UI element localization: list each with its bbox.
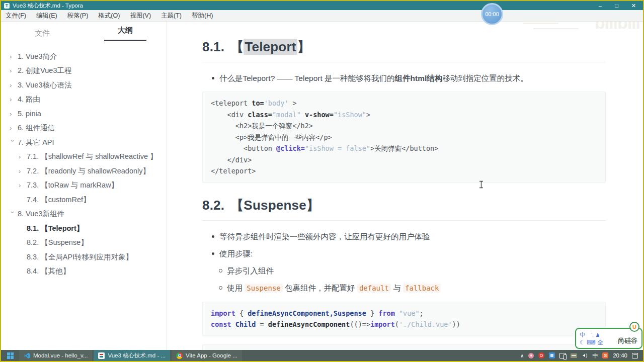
outline-item[interactable]: 8.1. 【Teleport】 bbox=[1, 221, 167, 236]
code-line: import { defineAsyncComponent,Suspense }… bbox=[211, 308, 597, 319]
taskbar-app-typora[interactable]: Vue3 核心技术.md - ... bbox=[94, 350, 170, 361]
menu-format[interactable]: 格式(O) bbox=[93, 12, 125, 20]
chevron-down-icon[interactable]: › bbox=[9, 211, 17, 219]
outline-item[interactable]: ›5. pinia bbox=[1, 107, 167, 121]
tray-flower-app-icon[interactable] bbox=[528, 353, 534, 358]
outline-item[interactable]: ›7.1. 【shallowRef 与 shallowReactive 】 bbox=[1, 150, 167, 164]
watermark-dash bbox=[523, 23, 558, 24]
monitor-cast-icon[interactable] bbox=[559, 353, 566, 358]
code-block-template[interactable]: <template> <div class="app"> bbox=[202, 344, 606, 350]
clock[interactable]: 20:40 bbox=[613, 352, 627, 358]
ime-language-indicator[interactable]: 中 bbox=[592, 352, 598, 359]
taskbar-app-vscode[interactable]: Modal.vue - hello_v... bbox=[19, 350, 92, 361]
volume-icon[interactable] bbox=[582, 353, 588, 358]
outline-item[interactable]: ›7.3. 【toRaw 与 markRaw】 bbox=[1, 178, 167, 193]
sub-bullet-async-import[interactable]: 异步引入组件 bbox=[218, 265, 606, 276]
menu-edit[interactable]: 编辑(E) bbox=[31, 12, 62, 20]
outline-item-label: 1. Vue3简介 bbox=[18, 52, 57, 61]
chevron-right-icon[interactable]: › bbox=[10, 67, 18, 74]
outline-item-label: 7. 其它 API bbox=[18, 138, 54, 147]
heading-8-2-suspense[interactable]: 8.2.【Suspense】 bbox=[202, 197, 606, 221]
ime-fullwidth-indicator[interactable]: 全 bbox=[597, 339, 603, 346]
bullet-suspense-desc[interactable]: 等待异步组件时渲染一些额外内容，让应用有更好的用户体验 bbox=[211, 231, 606, 242]
chevron-right-icon[interactable]: › bbox=[10, 53, 18, 60]
outline-item-label: 7.4. 【customRef】 bbox=[27, 195, 91, 205]
chevron-right-icon[interactable]: › bbox=[10, 81, 18, 89]
window-title: Vue3 核心技术.md - Typora bbox=[13, 2, 83, 10]
vscode-icon bbox=[24, 352, 30, 359]
code-line: <teleport to='body' > bbox=[211, 98, 597, 109]
outline-item[interactable]: ›2. 创建Vue3工程 bbox=[1, 64, 167, 78]
outline-item[interactable]: ›7. 其它 API bbox=[1, 135, 167, 150]
tray-device-icon[interactable] bbox=[571, 353, 577, 358]
outline-item[interactable]: 8.4. 【其他】 bbox=[1, 264, 167, 279]
ime-status-panel[interactable]: 中 ゜, 全 尚硅谷 bbox=[575, 328, 642, 349]
chevron-right-icon[interactable]: › bbox=[10, 124, 18, 132]
outline-item-label: 8.1. 【Teleport】 bbox=[27, 224, 84, 233]
outline-item[interactable]: ›7.2. 【readonly 与 shallowReadonly】 bbox=[1, 164, 167, 178]
outline-item[interactable]: 7.4. 【customRef】 bbox=[1, 193, 167, 207]
outline-item-label: 7.1. 【shallowRef 与 shallowReactive 】 bbox=[27, 152, 157, 161]
typora-app-icon: T bbox=[4, 3, 10, 9]
outline-item[interactable]: ›8. Vue3新组件 bbox=[1, 207, 167, 222]
tray-expand-chevron-icon[interactable] bbox=[520, 353, 524, 358]
tray-red-app-icon[interactable] bbox=[538, 352, 544, 358]
menu-view[interactable]: 视图(V) bbox=[125, 12, 156, 20]
outline-item[interactable]: ›6. 组件通信 bbox=[1, 121, 167, 136]
heading-8-1-teleport[interactable]: 8.1.【Teleport】 bbox=[202, 38, 606, 62]
outline-item[interactable]: ›1. Vue3简介 bbox=[1, 49, 167, 64]
outline-item[interactable]: 8.3. 【全局API转移到应用对象】 bbox=[1, 250, 167, 264]
chevron-right-icon[interactable]: › bbox=[10, 96, 18, 103]
outline-item-label: 6. 组件通信 bbox=[18, 123, 55, 133]
maximize-button[interactable]: □ bbox=[615, 3, 618, 9]
recording-border-top bbox=[0, 0, 644, 1]
code-block-import[interactable]: import { defineAsyncComponent,Suspense }… bbox=[202, 302, 606, 336]
menu-file[interactable]: 文件(F) bbox=[1, 12, 31, 20]
chevron-right-icon[interactable]: › bbox=[19, 182, 27, 189]
brand-block: 尚硅谷 bbox=[611, 331, 641, 345]
person-icon[interactable] bbox=[596, 331, 600, 339]
highlighted-text: Teleport bbox=[244, 39, 297, 55]
tab-outline[interactable]: 大纲 bbox=[84, 26, 167, 41]
code-line: </teleport> bbox=[211, 165, 597, 177]
bullet-list-teleport: 什么是Teleport? —— Teleport 是一种能够将我们的组件html… bbox=[202, 73, 606, 83]
menu-paragraph[interactable]: 段落(P) bbox=[62, 12, 94, 20]
taskbar-app-label: Vue3 核心技术.md - ... bbox=[108, 352, 166, 359]
chevron-right-icon[interactable]: › bbox=[10, 110, 18, 118]
tray-blue-app-icon[interactable] bbox=[549, 352, 555, 358]
typora-icon bbox=[98, 352, 105, 359]
ime-punctuation-icon[interactable]: ゜, bbox=[588, 331, 594, 338]
taskbar-app-chrome[interactable]: Vite App - Google ... bbox=[172, 350, 242, 361]
titlebar[interactable]: T Vue3 核心技术.md - Typora – □ ✕ bbox=[1, 1, 643, 10]
outline-item[interactable]: ›3. Vue3核心语法 bbox=[1, 78, 167, 93]
chevron-right-icon[interactable]: › bbox=[19, 153, 27, 160]
close-button[interactable]: ✕ bbox=[631, 3, 636, 9]
start-button[interactable] bbox=[1, 352, 19, 359]
moon-icon[interactable] bbox=[580, 339, 585, 346]
window-controls: – □ ✕ bbox=[599, 3, 643, 9]
minimize-button[interactable]: – bbox=[599, 3, 602, 9]
sidebar-tabs: 文件 大纲 bbox=[1, 22, 167, 45]
shangguigu-brand: 尚硅谷 bbox=[611, 336, 637, 345]
outline-item-label: 8. Vue3新组件 bbox=[18, 209, 64, 219]
chevron-right-icon[interactable]: › bbox=[19, 167, 27, 175]
outline-item[interactable]: ›4. 路由 bbox=[1, 93, 167, 107]
taskbar-app-label: Modal.vue - hello_v... bbox=[33, 352, 88, 358]
text-cursor-ibeam bbox=[478, 180, 484, 191]
code-block-teleport[interactable]: <teleport to='body' > <div class="modal"… bbox=[202, 92, 606, 183]
outline-item[interactable]: 8.2. 【Suspense】 bbox=[1, 236, 167, 250]
document-editor[interactable]: 8.1.【Teleport】 什么是Teleport? —— Teleport … bbox=[167, 22, 643, 350]
sub-bullet-wrap-suspense[interactable]: 使用 Suspense 包裹组件，并配置好 default 与 fallback bbox=[218, 283, 606, 294]
bullet-usage-steps[interactable]: 使用步骤: bbox=[211, 248, 606, 259]
screen-recorder-timer[interactable]: 00:00 bbox=[481, 3, 503, 25]
menu-theme[interactable]: 主题(T) bbox=[156, 12, 187, 20]
notification-center-icon[interactable] bbox=[632, 353, 638, 358]
chevron-down-icon[interactable]: › bbox=[9, 140, 17, 148]
keyboard-icon[interactable] bbox=[587, 339, 595, 346]
sogou-input-icon[interactable]: S bbox=[602, 352, 608, 358]
ime-mode-indicator[interactable]: 中 bbox=[580, 331, 586, 338]
menu-help[interactable]: 帮助(H) bbox=[187, 12, 218, 20]
tab-files[interactable]: 文件 bbox=[1, 29, 84, 38]
code-line: </div> bbox=[211, 154, 597, 166]
bullet-what-is-teleport[interactable]: 什么是Teleport? —— Teleport 是一种能够将我们的组件html… bbox=[211, 73, 606, 83]
